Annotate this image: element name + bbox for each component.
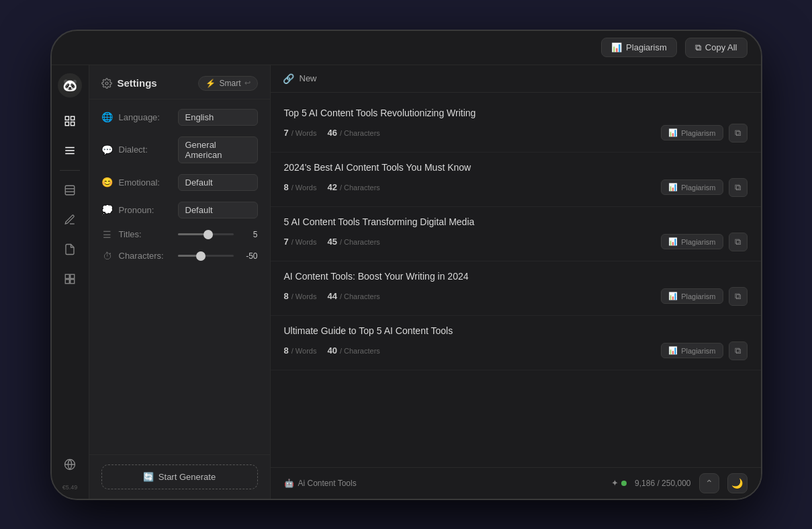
refresh-icon: ↩ (244, 79, 251, 87)
results-list: Top 5 AI Content Tools Revolutionizing W… (271, 93, 761, 467)
plagiarism-label: Plagiarism (626, 42, 667, 52)
scroll-up-button[interactable]: ⌃ (699, 473, 719, 493)
tablet-shell: 📊 Plagiarism ⧉ Copy All 🐼 (50, 30, 762, 500)
characters-label: Characters: (119, 251, 173, 261)
theme-toggle-button[interactable]: 🌙 (727, 473, 748, 493)
results-header: 🔗 New (271, 65, 761, 93)
plagiarism-btn-icon-3: 📊 (668, 237, 678, 246)
characters-slider-thumb[interactable] (196, 251, 206, 261)
svg-rect-12 (65, 279, 69, 283)
copy-btn-5[interactable]: ⧉ (729, 341, 748, 360)
plagiarism-button[interactable]: 📊 Plagiarism (601, 38, 677, 57)
characters-slider[interactable] (178, 255, 234, 257)
svg-point-16 (105, 82, 108, 85)
language-select[interactable]: English (178, 109, 258, 126)
smart-icon: ⚡ (206, 79, 216, 88)
result-item-1[interactable]: Top 5 AI Content Tools Revolutionizing W… (271, 98, 761, 153)
settings-icon (101, 78, 112, 89)
result-title-5: Ultimate Guide to Top 5 AI Content Tools (284, 325, 748, 336)
copy-btn-3[interactable]: ⧉ (729, 233, 748, 251)
result-chars-4: 44 / Characters (327, 291, 379, 301)
titles-label: Titles: (119, 229, 173, 239)
result-item-5[interactable]: Ultimate Guide to Top 5 AI Content Tools… (271, 316, 761, 370)
plagiarism-icon: 📊 (611, 42, 622, 52)
result-meta-4: 8 / Words 44 / Characters 📊 Plagiarism (284, 287, 748, 306)
result-chars-2: 42 / Characters (327, 182, 379, 192)
sidebar-item-docs[interactable] (57, 237, 83, 262)
sparkle-icon: ✦ (611, 478, 619, 488)
pronoun-row: 💭 Pronoun: Default (101, 202, 258, 218)
panda-icon: 🐼 (62, 78, 77, 93)
emotional-icon: 😊 (101, 177, 114, 188)
pronoun-icon: 💭 (101, 204, 114, 215)
settings-panel: Settings ⚡ Smart ↩ 🌐 Language: English (89, 65, 271, 499)
generate-label: Start Generate (159, 472, 216, 482)
status-dot (621, 481, 627, 486)
app-logo: 🐼 (58, 73, 82, 97)
bottom-right: ✦ 9,186 / 250,000 ⌃ 🌙 (611, 473, 747, 493)
dialect-select[interactable]: General American (178, 136, 258, 163)
pronoun-select[interactable]: Default (178, 202, 258, 218)
results-panel: 🔗 New Top 5 AI Content Tools Revolutioni… (271, 65, 761, 499)
svg-rect-7 (65, 186, 75, 195)
ai-tag: 🤖 Ai Content Tools (284, 479, 357, 488)
titles-icon: ☰ (101, 229, 114, 240)
result-item-2[interactable]: 2024's Best AI Content Tools You Must Kn… (271, 153, 761, 207)
result-title-1: Top 5 AI Content Tools Revolutionizing W… (284, 108, 748, 118)
copy-all-label: Copy All (705, 42, 737, 52)
plagiarism-btn-2[interactable]: 📊 Plagiarism (661, 179, 723, 195)
result-title-2: 2024's Best AI Content Tools You Must Kn… (284, 162, 748, 173)
language-row: 🌐 Language: English (101, 109, 258, 126)
result-chars-1: 46 / Characters (327, 128, 379, 138)
result-item-4[interactable]: AI Content Tools: Boost Your Writing in … (271, 261, 761, 316)
settings-body: 🌐 Language: English 💬 Dialect: General A… (89, 99, 270, 454)
emotional-row: 😊 Emotional: Default (101, 174, 258, 191)
result-actions-2: 📊 Plagiarism ⧉ (661, 178, 747, 197)
sidebar-item-globe[interactable] (57, 452, 83, 477)
generate-button[interactable]: 🔄 Start Generate (101, 464, 258, 489)
characters-icon: ⏱ (101, 251, 114, 261)
copy-all-button[interactable]: ⧉ Copy All (685, 38, 748, 58)
plagiarism-btn-4[interactable]: 📊 Plagiarism (661, 288, 723, 304)
plagiarism-btn-icon-4: 📊 (668, 292, 678, 300)
smart-badge[interactable]: ⚡ Smart ↩ (198, 76, 257, 91)
copy-icon: ⧉ (695, 42, 701, 53)
result-actions-4: 📊 Plagiarism ⧉ (661, 287, 747, 306)
sidebar-item-edit[interactable] (57, 177, 83, 203)
language-label: Language: (119, 112, 173, 122)
top-bar: 📊 Plagiarism ⧉ Copy All (52, 31, 761, 65)
sidebar-item-grid[interactable] (57, 266, 83, 292)
svg-rect-13 (71, 279, 75, 283)
dialect-row: 💬 Dialect: General American (101, 136, 258, 163)
characters-value: -50 (239, 251, 258, 261)
titles-slider-thumb[interactable] (204, 230, 213, 239)
copy-btn-1[interactable]: ⧉ (729, 124, 748, 143)
plagiarism-btn-5[interactable]: 📊 Plagiarism (661, 343, 723, 358)
result-meta-2: 8 / Words 42 / Characters 📊 Plagiarism (284, 178, 748, 197)
result-item-3[interactable]: 5 AI Content Tools Transforming Digital … (271, 207, 761, 261)
sidebar-item-dashboard[interactable] (57, 108, 83, 134)
sidebar-item-menu[interactable] (57, 138, 83, 163)
bottom-bar: 🤖 Ai Content Tools ✦ 9,186 / 250,000 ⌃ 🌙 (271, 467, 761, 499)
settings-header: Settings ⚡ Smart ↩ (89, 65, 270, 99)
language-icon: 🌐 (101, 112, 114, 122)
new-icon: 🔗 (283, 73, 294, 84)
sparkle-indicator: ✦ (611, 478, 627, 488)
word-count: 9,186 / 250,000 (635, 479, 690, 488)
plagiarism-btn-3[interactable]: 📊 Plagiarism (661, 234, 723, 249)
result-words-3: 7 / Words (284, 237, 317, 247)
result-chars-3: 45 / Characters (327, 237, 379, 247)
svg-rect-2 (65, 122, 69, 125)
result-words-1: 7 / Words (284, 128, 317, 138)
ai-label: Ai Content Tools (298, 479, 357, 488)
settings-footer: 🔄 Start Generate (89, 454, 270, 499)
result-words-4: 8 / Words (284, 291, 317, 301)
emotional-select[interactable]: Default (178, 174, 258, 191)
copy-btn-4[interactable]: ⧉ (729, 287, 748, 306)
svg-rect-1 (71, 116, 75, 120)
sidebar-item-pen[interactable] (57, 207, 83, 233)
plagiarism-btn-icon-5: 📊 (668, 346, 678, 355)
copy-btn-2[interactable]: ⧉ (729, 178, 748, 197)
titles-slider[interactable] (178, 233, 234, 235)
plagiarism-btn-1[interactable]: 📊 Plagiarism (661, 125, 723, 140)
